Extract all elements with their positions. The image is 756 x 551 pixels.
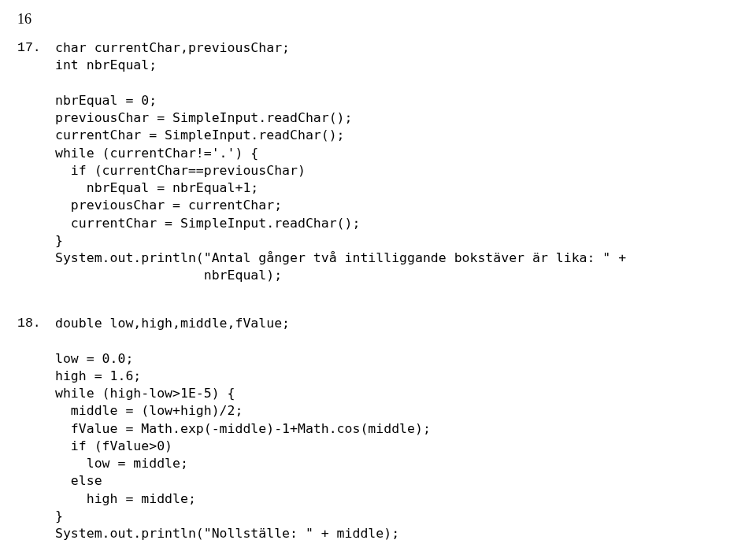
code-line: char currentChar,previousChar; xyxy=(55,40,290,55)
code-line: while (currentChar!='.') { xyxy=(55,146,258,161)
code-line: if (fValue>0) xyxy=(55,438,172,453)
code-line: middle = (low+high)/2; xyxy=(55,403,243,418)
code-line: } xyxy=(55,233,63,248)
code-line: currentChar = SimpleInput.readChar(); xyxy=(55,128,345,142)
item-18-label: 18. xyxy=(17,315,41,332)
code-line: currentChar = SimpleInput.readChar(); xyxy=(55,216,360,231)
code-line: System.out.println("Nollställe: " + midd… xyxy=(55,526,399,541)
code-line: else xyxy=(55,473,102,488)
code-line: previousChar = currentChar; xyxy=(55,198,282,213)
code-line: low = middle; xyxy=(55,456,188,471)
code-line: int nbrEqual; xyxy=(55,57,157,72)
item-17-label: 17. xyxy=(17,39,41,57)
code-block-17: char currentChar,previousChar; int nbrEq… xyxy=(55,39,626,285)
code-line: double low,high,middle,fValue; xyxy=(55,316,290,331)
code-line: if (currentChar==previousChar) xyxy=(55,163,306,178)
code-block-18: double low,high,middle,fValue; low = 0.0… xyxy=(55,315,431,542)
code-line: } xyxy=(55,508,63,523)
code-line: previousChar = SimpleInput.readChar(); xyxy=(55,110,353,125)
code-line: nbrEqual = 0; xyxy=(55,93,157,108)
code-line: high = middle; xyxy=(55,491,196,506)
code-line: high = 1.6; xyxy=(55,368,141,383)
code-line: System.out.println("Antal gånger två int… xyxy=(55,250,626,265)
page-number: 16 xyxy=(17,9,32,28)
code-line: low = 0.0; xyxy=(55,351,133,366)
code-line: nbrEqual = nbrEqual+1; xyxy=(55,180,258,195)
code-line: while (high-low>1E-5) { xyxy=(55,386,235,401)
code-line: nbrEqual); xyxy=(55,268,282,283)
code-line: fValue = Math.exp(-middle)-1+Math.cos(mi… xyxy=(55,421,431,436)
